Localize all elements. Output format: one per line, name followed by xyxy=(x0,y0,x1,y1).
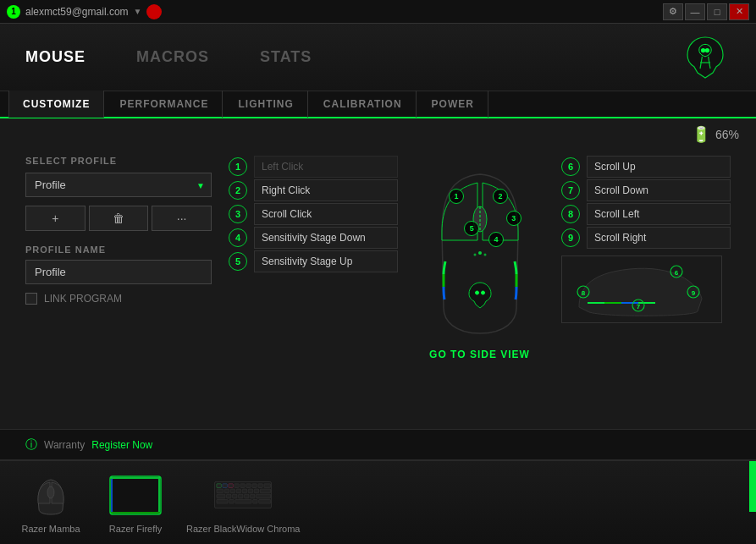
button-num-1: 1 xyxy=(229,157,247,176)
svg-rect-26 xyxy=(217,484,221,488)
right-button-entry-7: 7 Scroll Down xyxy=(561,179,731,201)
svg-rect-52 xyxy=(235,499,251,503)
minimize-button[interactable]: — xyxy=(685,3,705,20)
svg-rect-21 xyxy=(111,477,160,479)
svg-point-18 xyxy=(47,486,54,498)
button-num-3: 3 xyxy=(229,205,247,223)
side-thumb-svg: 6 7 8 9 xyxy=(562,256,722,323)
svg-rect-45 xyxy=(233,494,237,498)
battery-area: 🔋 66% xyxy=(0,118,756,147)
svg-rect-37 xyxy=(230,489,235,493)
subnav-customize[interactable]: CUSTOMIZE xyxy=(8,91,104,118)
svg-point-6 xyxy=(478,251,482,255)
subnav-lighting[interactable]: LIGHTING xyxy=(224,91,307,118)
user-dropdown-icon[interactable]: ▼ xyxy=(134,7,142,16)
register-link[interactable]: Register Now xyxy=(91,439,152,451)
svg-rect-29 xyxy=(235,484,239,488)
svg-rect-46 xyxy=(239,494,243,498)
right-button-label-7[interactable]: Scroll Down xyxy=(587,179,731,201)
nav-macros[interactable]: MACROS xyxy=(136,48,209,66)
close-button[interactable]: ✕ xyxy=(729,3,749,20)
svg-point-7 xyxy=(473,254,476,256)
button-num-5: 5 xyxy=(229,252,247,271)
scroll-indicator[interactable] xyxy=(749,461,756,512)
more-profile-button[interactable]: ··· xyxy=(152,206,212,231)
settings-button[interactable]: ⚙ xyxy=(663,3,683,20)
right-button-label-6[interactable]: Scroll Up xyxy=(587,156,731,178)
right-button-label-9[interactable]: Scroll Right xyxy=(587,227,731,249)
side-view-thumbnail[interactable]: 6 7 8 9 xyxy=(561,256,722,323)
button-label-1[interactable]: Left Click xyxy=(254,156,398,178)
svg-rect-48 xyxy=(251,494,255,498)
svg-rect-30 xyxy=(240,484,245,488)
nav-mouse[interactable]: MOUSE xyxy=(25,48,86,66)
svg-text:8: 8 xyxy=(582,289,586,297)
right-button-num-7: 7 xyxy=(561,181,580,200)
svg-rect-36 xyxy=(224,489,229,493)
subnav-power[interactable]: POWER xyxy=(418,91,488,118)
titlebar: 1 alexmct59@gmail.com ▼ ⚙ — □ ✕ xyxy=(0,0,756,24)
svg-rect-50 xyxy=(217,499,228,503)
add-profile-button[interactable]: + xyxy=(25,206,86,231)
profile-actions: + 🗑 ··· xyxy=(25,206,212,231)
subnav-calibration[interactable]: CALIBRATION xyxy=(310,91,417,118)
svg-text:9: 9 xyxy=(692,289,696,297)
device-img-mamba xyxy=(21,472,80,519)
left-panel: SELECT PROFILE Profile ▼ + 🗑 ··· PROFILE… xyxy=(25,156,212,419)
mouse-svg xyxy=(425,164,535,342)
profile-name-label: PROFILE NAME xyxy=(25,245,212,255)
device-img-firefly xyxy=(106,472,165,519)
subnav-performance[interactable]: PERFORMANCE xyxy=(106,91,223,118)
link-program-label: LINK PROGRAM xyxy=(44,293,122,305)
blackwidow-svg xyxy=(213,474,273,516)
button-num-4: 4 xyxy=(229,228,247,247)
svg-rect-41 xyxy=(254,489,258,493)
maximize-button[interactable]: □ xyxy=(707,3,727,20)
nav-stats[interactable]: STATS xyxy=(260,48,312,66)
battery-percentage: 66% xyxy=(715,128,739,141)
right-button-label-8[interactable]: Scroll Left xyxy=(587,203,731,225)
link-program-checkbox[interactable] xyxy=(25,293,37,305)
device-item-blackwidow[interactable]: Razer BlackWidow Chroma xyxy=(186,472,300,534)
battery-icon: 🔋 xyxy=(692,125,710,144)
svg-point-1 xyxy=(706,48,709,52)
svg-point-8 xyxy=(483,254,486,256)
titlebar-right: ⚙ — □ ✕ xyxy=(663,3,749,20)
button-num-2: 2 xyxy=(229,181,247,200)
header-nav: MOUSE MACROS STATS xyxy=(25,48,312,66)
profile-name-input[interactable] xyxy=(25,260,212,284)
svg-rect-28 xyxy=(229,484,233,488)
device-item-firefly[interactable]: Razer Firefly xyxy=(102,472,169,534)
device-item-mamba[interactable]: Razer Mamba xyxy=(17,472,85,534)
svg-rect-40 xyxy=(248,489,252,493)
button-entry-2: 2 Right Click xyxy=(229,179,398,201)
svg-rect-53 xyxy=(253,499,257,503)
button-label-3[interactable]: Scroll Click xyxy=(254,203,398,225)
right-panel: 6 Scroll Up 7 Scroll Down 8 Scroll Left … xyxy=(561,156,731,419)
razer-logo xyxy=(680,32,731,83)
delete-profile-button[interactable]: 🗑 xyxy=(89,206,149,231)
button-entry-1: 1 Left Click xyxy=(229,156,398,178)
mamba-svg xyxy=(30,474,72,516)
goto-prefix: GO TO xyxy=(429,349,466,360)
side-view-link[interactable]: SIDE VIEW xyxy=(470,349,530,360)
button-label-5[interactable]: Sensitivity Stage Up xyxy=(254,250,398,272)
svg-rect-38 xyxy=(236,489,240,493)
profile-dropdown-icon: ▼ xyxy=(196,180,205,190)
right-button-entry-8: 8 Scroll Left xyxy=(561,203,731,225)
profile-select-wrap: Profile ▼ xyxy=(25,173,212,197)
right-button-num-6: 6 xyxy=(561,157,580,176)
svg-rect-47 xyxy=(245,494,249,498)
button-label-2[interactable]: Right Click xyxy=(254,179,398,201)
svg-rect-27 xyxy=(223,484,227,488)
svg-rect-39 xyxy=(242,489,246,493)
svg-rect-33 xyxy=(258,484,262,488)
profile-select[interactable]: Profile xyxy=(25,173,212,197)
svg-rect-34 xyxy=(264,484,271,488)
button-label-4[interactable]: Sensitivity Stage Down xyxy=(254,227,398,249)
svg-rect-22 xyxy=(111,512,160,514)
titlebar-left: 1 alexmct59@gmail.com ▼ xyxy=(7,4,162,19)
svg-rect-43 xyxy=(217,494,225,498)
link-program-row[interactable]: LINK PROGRAM xyxy=(25,293,212,305)
button-list-panel: 1 Left Click 2 Right Click 3 Scroll Clic… xyxy=(229,156,398,419)
